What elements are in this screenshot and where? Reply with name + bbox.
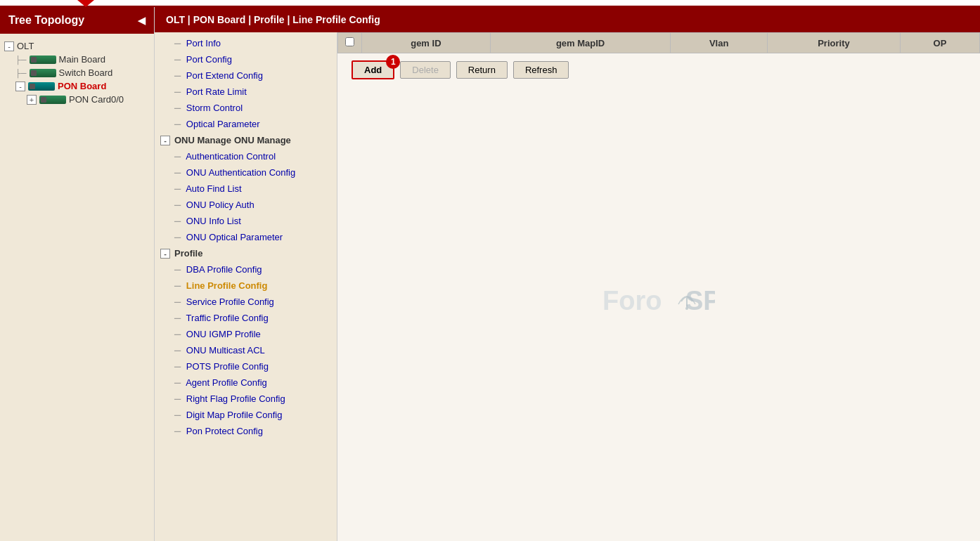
connector-pon-protect: ─ (174, 426, 181, 436)
nav-item-optical-parameter[interactable]: ─ Optical Parameter (155, 116, 337, 132)
connector-onu-auth: ─ (174, 167, 181, 178)
nav-section-onu-manage[interactable]: - ONU Manage ONU Manage (155, 132, 337, 148)
nav-item-auto-find[interactable]: ─ Auto Find List (155, 181, 337, 197)
connector-onu-info: ─ (174, 216, 181, 226)
nav-item-storm-control[interactable]: ─ Storm Control (155, 100, 337, 116)
connector-dba: ─ (174, 264, 181, 275)
expand-olt-icon[interactable]: - (4, 41, 14, 51)
tree-label-olt: OLT (17, 41, 34, 51)
expand-profile-icon[interactable]: - (160, 249, 170, 259)
connector-storm-control: ─ (174, 103, 181, 113)
nav-item-dba-profile[interactable]: ─ DBA Profile Config (155, 261, 337, 278)
sidebar-header: Tree Topology ◀ (0, 7, 154, 34)
table-header-checkbox (338, 33, 362, 53)
refresh-button[interactable]: Refresh (513, 61, 569, 79)
profile-section-label: Profile (174, 248, 202, 259)
tree-label-switch-board: Switch Board (59, 67, 113, 78)
svg-text:SP: SP (685, 286, 715, 315)
content-area: gem ID gem MapID Vlan Priority OP (337, 32, 980, 541)
connector-auth: ─ (174, 151, 181, 162)
connector-line-profile: ─ (174, 280, 181, 291)
tree-item-pon-card[interactable]: + PON Card0/0 (4, 93, 150, 106)
svg-point-2 (685, 307, 688, 310)
connector-agent: ─ (174, 377, 181, 388)
expand-onu-manage-icon[interactable]: - (160, 136, 170, 145)
nav-item-auth-control[interactable]: ─ Authentication Control (155, 148, 337, 164)
connector-onu-policy: ─ (174, 200, 181, 210)
sidebar-title: Tree Topology (8, 14, 84, 27)
tree-label-pon-board: PON Board (58, 81, 106, 91)
table-container: gem ID gem MapID Vlan Priority OP (337, 32, 980, 53)
sidebar: Tree Topology ◀ - OLT ├─ Main Board ├─ S… (0, 7, 155, 541)
tree-item-main-board[interactable]: ├─ Main Board (4, 53, 150, 66)
middle-layout: ─ Port Info ─ Port Config ─ Port Extend … (155, 32, 980, 541)
connector-auto-find: ─ (174, 183, 181, 194)
nav-item-right-flag[interactable]: ─ Right Flag Profile Config (155, 391, 337, 407)
expand-pon-board-icon[interactable]: - (15, 82, 25, 91)
connector-service-profile: ─ (174, 296, 181, 307)
nav-item-onu-policy[interactable]: ─ ONU Policy Auth (155, 197, 337, 213)
connector-port-extend: ─ (174, 70, 181, 81)
nav-item-port-config[interactable]: ─ Port Config (155, 51, 337, 67)
nav-item-onu-auth-config[interactable]: ─ ONU Authentication Config (155, 164, 337, 181)
connector-pots: ─ (174, 361, 181, 372)
table-header-op: OP (900, 33, 979, 53)
svg-text:Foro: Foro (602, 286, 662, 315)
connector-right-flag: ─ (174, 393, 181, 404)
tree-item-olt[interactable]: - OLT (4, 39, 150, 53)
select-all-checkbox[interactable] (345, 37, 354, 46)
nav-item-port-rate-limit[interactable]: ─ Port Rate Limit (155, 84, 337, 100)
connector-digit-map: ─ (174, 410, 181, 420)
device-icon-switch-board (30, 69, 56, 77)
nav-item-line-profile[interactable]: ─ Line Profile Config (155, 278, 337, 294)
action-bar: Add 1 Delete Return Refresh (337, 53, 980, 86)
nav-item-pots-profile[interactable]: ─ POTS Profile Config (155, 358, 337, 374)
nav-item-multicast-acl[interactable]: ─ ONU Multicast ACL (155, 342, 337, 358)
tree-label-main-board: Main Board (59, 54, 105, 65)
connector-port-rate: ─ (174, 86, 181, 97)
device-icon-pon-card (39, 96, 66, 104)
connector-onu-optical: ─ (174, 232, 181, 242)
right-panel: OLT | PON Board | Profile | Line Profile… (155, 7, 980, 541)
nav-item-agent-profile[interactable]: ─ Agent Profile Config (155, 374, 337, 391)
nav-section-profile[interactable]: - Profile (155, 245, 337, 261)
main-layout: Tree Topology ◀ - OLT ├─ Main Board ├─ S… (0, 7, 980, 541)
table-header-gem-id: gem ID (362, 33, 491, 53)
nav-item-service-profile[interactable]: ─ Service Profile Config (155, 294, 337, 310)
nav-item-traffic-profile[interactable]: ─ Traffic Profile Config (155, 310, 337, 326)
table-header-gem-mapid: gem MapID (490, 33, 671, 53)
nav-item-pon-protect[interactable]: ─ Pon Protect Config (155, 423, 337, 439)
tree-item-pon-board[interactable]: - PON Board (4, 79, 150, 93)
table-header-priority: Priority (768, 33, 901, 53)
sidebar-collapse-button[interactable]: ◀ (138, 15, 146, 26)
connector-optical: ─ (174, 119, 181, 129)
delete-button[interactable]: Delete (400, 61, 451, 79)
breadcrumb-text: OLT | PON Board | Profile | Line Profile… (166, 14, 380, 25)
top-bar (0, 0, 980, 7)
breadcrumb-bar: OLT | PON Board | Profile | Line Profile… (155, 7, 980, 32)
connector-igmp: ─ (174, 329, 181, 339)
nav-item-port-info[interactable]: ─ Port Info (155, 35, 337, 51)
connector-traffic-profile: ─ (174, 313, 181, 323)
add-button-wrapper: Add 1 (352, 60, 394, 79)
add-badge: 1 (386, 55, 400, 69)
connector-switch-board: ├─ (15, 69, 27, 77)
tree-item-switch-board[interactable]: ├─ Switch Board (4, 66, 150, 79)
connector-port-config: ─ (174, 54, 181, 65)
return-button[interactable]: Return (456, 61, 508, 79)
watermark-svg: Foro SP (602, 278, 715, 320)
table-header-vlan: Vlan (671, 33, 768, 53)
device-icon-main-board (30, 56, 56, 64)
nav-item-digit-map[interactable]: ─ Digit Map Profile Config (155, 407, 337, 423)
connector-port-info: ─ (174, 38, 181, 48)
connector-multicast: ─ (174, 345, 181, 356)
tree-label-pon-card: PON Card0/0 (69, 94, 124, 105)
nav-item-onu-info-list[interactable]: ─ ONU Info List (155, 213, 337, 229)
data-table: gem ID gem MapID Vlan Priority OP (337, 32, 980, 53)
nav-item-port-extend-config[interactable]: ─ Port Extend Config (155, 67, 337, 84)
nav-item-onu-optical[interactable]: ─ ONU Optical Parameter (155, 229, 337, 245)
expand-pon-card-icon[interactable]: + (27, 95, 37, 105)
top-bar-arrow (77, 0, 94, 7)
nav-panel: ─ Port Info ─ Port Config ─ Port Extend … (155, 32, 337, 541)
nav-item-onu-igmp[interactable]: ─ ONU IGMP Profile (155, 326, 337, 342)
